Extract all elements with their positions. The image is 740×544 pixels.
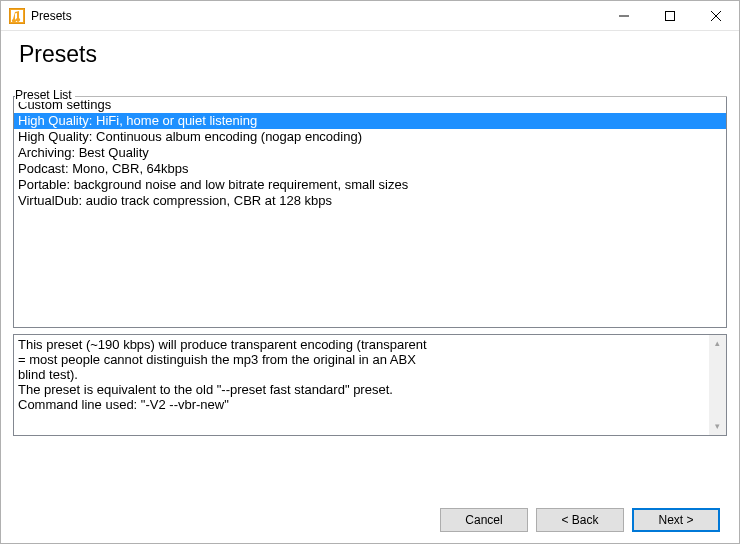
minimize-button[interactable]	[601, 1, 647, 31]
maximize-button[interactable]	[647, 1, 693, 31]
page-title: Presets	[19, 41, 721, 68]
cancel-button[interactable]: Cancel	[440, 508, 528, 532]
description-line: = most people cannot distinguish the mp3…	[18, 352, 722, 367]
preset-item[interactable]: Custom settings	[14, 97, 726, 113]
next-button[interactable]: Next >	[632, 508, 720, 532]
preset-listbox[interactable]: Custom settingsHigh Quality: HiFi, home …	[13, 96, 727, 328]
back-button[interactable]: < Back	[536, 508, 624, 532]
preset-description-text: This preset (~190 kbps) will produce tra…	[18, 337, 722, 412]
window-title: Presets	[31, 9, 72, 23]
preset-list-label: Preset List	[15, 88, 75, 102]
groupbox-divider	[75, 96, 727, 97]
description-scrollbar[interactable]: ▴ ▾	[709, 335, 726, 435]
preset-item[interactable]: High Quality: HiFi, home or quiet listen…	[14, 113, 726, 129]
preset-list-group: Preset List Custom settingsHigh Quality:…	[13, 96, 727, 436]
preset-item[interactable]: High Quality: Continuous album encoding …	[14, 129, 726, 145]
scroll-down-arrow[interactable]: ▾	[709, 418, 726, 435]
wizard-button-row: Cancel < Back Next >	[440, 508, 720, 532]
scroll-up-arrow[interactable]: ▴	[709, 335, 726, 352]
preset-description: This preset (~190 kbps) will produce tra…	[13, 334, 727, 436]
page-header: Presets	[1, 31, 739, 84]
titlebar: Presets	[1, 1, 739, 31]
description-line: Command line used: "-V2 --vbr-new"	[18, 397, 722, 412]
svg-rect-3	[666, 11, 675, 20]
preset-item[interactable]: VirtualDub: audio track compression, CBR…	[14, 193, 726, 209]
description-line: blind test).	[18, 367, 722, 382]
close-button[interactable]	[693, 1, 739, 31]
description-line: The preset is equivalent to the old "--p…	[18, 382, 722, 397]
preset-item[interactable]: Portable: background noise and low bitra…	[14, 177, 726, 193]
description-line: This preset (~190 kbps) will produce tra…	[18, 337, 722, 352]
preset-item[interactable]: Podcast: Mono, CBR, 64kbps	[14, 161, 726, 177]
app-icon	[9, 8, 25, 24]
preset-item[interactable]: Archiving: Best Quality	[14, 145, 726, 161]
